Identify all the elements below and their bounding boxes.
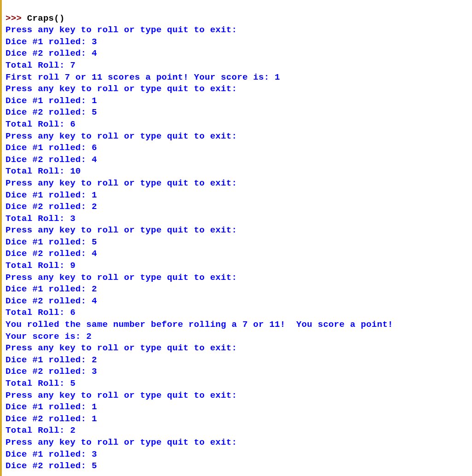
output-line: Total Roll: 6 [6, 119, 472, 131]
output-line: Dice #2 rolled: 4 [6, 48, 472, 60]
output-line: Total Roll: 2 [6, 425, 472, 437]
output-line: Total Roll: 7 [6, 60, 472, 72]
output-line: Dice #1 rolled: 5 [6, 237, 472, 249]
output-line: Press any key to roll or type quit to ex… [6, 178, 472, 190]
output-line: Dice #1 rolled: 3 [6, 449, 472, 461]
output-line: Dice #2 rolled: 4 [6, 296, 472, 308]
output-line: Your score is: 2 [6, 331, 472, 343]
output-line: Press any key to roll or type quit to ex… [6, 83, 472, 95]
output-line: Press any key to roll or type quit to ex… [6, 272, 472, 284]
output-line: Dice #1 rolled: 1 [6, 95, 472, 107]
output-line: Total Roll: 10 [6, 166, 472, 178]
output-line: Dice #2 rolled: 4 [6, 154, 472, 166]
output-line: Dice #1 rolled: 1 [6, 401, 472, 413]
output-line: Press any key to roll or type quit to ex… [6, 131, 472, 143]
output-line: Dice #2 rolled: 1 [6, 413, 472, 425]
output-line: Press any key to roll or type quit to ex… [6, 24, 472, 36]
output-line: Dice #1 rolled: 3 [6, 36, 472, 48]
output-line: Press any key to roll or type quit to ex… [6, 342, 472, 354]
python-console[interactable]: >>> Craps()Press any key to roll or type… [0, 0, 472, 476]
output-line: Press any key to roll or type quit to ex… [6, 437, 472, 449]
output-line: First roll 7 or 11 scores a point! Your … [6, 72, 472, 84]
output-line: Press any key to roll or type quit to ex… [6, 225, 472, 237]
output-line: Dice #2 rolled: 4 [6, 248, 472, 260]
output-line: Dice #2 rolled: 5 [6, 460, 472, 472]
output-line: You rolled the same number before rollin… [6, 319, 472, 331]
output-line: Dice #2 rolled: 5 [6, 107, 472, 119]
output-line: Dice #1 rolled: 1 [6, 190, 472, 202]
prompt-symbol: >>> [6, 13, 27, 23]
output-line: Dice #1 rolled: 2 [6, 354, 472, 366]
output-line: Press any key to roll or type quit to ex… [6, 390, 472, 402]
prompt-line: >>> Craps() [6, 13, 472, 25]
output-line: Dice #2 rolled: 2 [6, 201, 472, 213]
output-line: Dice #2 rolled: 3 [6, 366, 472, 378]
output-line: Dice #1 rolled: 6 [6, 142, 472, 154]
command-input: Craps() [27, 13, 65, 23]
output-line: Total Roll: 3 [6, 213, 472, 225]
output-line: Total Roll: 5 [6, 378, 472, 390]
output-line: Dice #1 rolled: 2 [6, 284, 472, 296]
output-line: Total Roll: 9 [6, 260, 472, 272]
output-line: Total Roll: 6 [6, 307, 472, 319]
